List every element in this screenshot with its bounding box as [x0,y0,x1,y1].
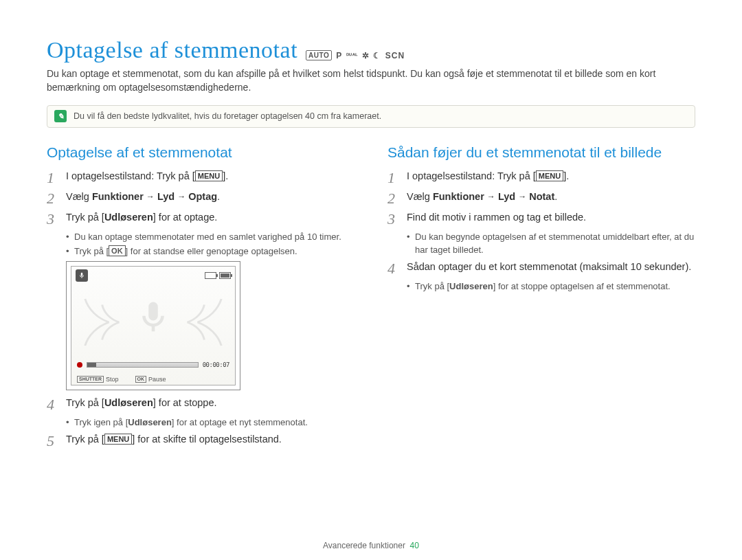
step-text: I optagelsestilstand: Tryk på [ [66,170,195,181]
step-text: Tryk på [ [66,434,104,445]
step-text: Sådan optager du et kort stemmenotat (ma… [407,260,691,274]
step-3-bullets: Du kan optage stemmenotater med en samle… [66,231,355,258]
bullet-item: Du kan optage stemmenotater med en samle… [66,231,355,244]
battery-icon [219,272,231,279]
step-text: ]. [563,170,569,181]
note-text: Du vil få den bedste lydkvalitet, hvis d… [74,111,381,121]
ok-button-label: OK [109,245,126,256]
step-text: I optagelsestilstand: Tryk på [ [407,170,536,181]
bullet-item: Tryk igen på [Udløseren] for at optage e… [66,416,355,429]
arrow-icon: → [146,192,155,201]
step-text: ] for at stoppe. [153,397,217,408]
step-1: 1 I optagelsestilstand: Tryk på [MENU]. [47,169,355,186]
path-part: Lyd [498,191,515,202]
shutter-label: Udløseren [104,397,153,408]
mode-icons: AUTO P ᴰᵁᴬᴸ ✲ ☾ SCN [306,50,405,63]
step-2: 2 Vælg Funktioner → Lyd → Notat. [387,190,695,206]
mode-auto-icon: AUTO [306,50,332,60]
step-number: 2 [387,190,400,206]
path-part: Notat [529,191,554,202]
step-number: 2 [47,190,59,206]
step-1: 1 I optagelsestilstand: Tryk på [MENU]. [387,169,695,186]
shutter-label: Udløseren [104,212,153,223]
lcd-pause-label: Pause [148,376,166,383]
step-text: . [554,191,557,202]
mode-p-icon: P [336,51,342,60]
card-icon [205,272,216,279]
recording-mic-icon [76,269,88,282]
step-number: 4 [387,260,400,276]
right-section-title: Sådan føjer du et stemmenotat til et bil… [387,144,695,161]
step-4: 4 Tryk på [Udløseren] for at stoppe. [47,396,355,412]
step-text: Tryk på [ [66,397,104,408]
step-text: Find dit motiv i rammen og tag et billed… [407,210,586,225]
menu-button-label: MENU [536,170,563,181]
lcd-stop-label: Stop [106,376,119,383]
path-part: Lyd [157,191,175,202]
step-number: 1 [387,169,400,186]
lcd-illustration: 00:00:07 SHUTTER Stop OK Pause [66,261,240,390]
bullet-item: Du kan begynde optagelsen af et stemmeno… [407,231,695,257]
step-text: ] for at skifte til optagelsestilstand. [132,434,282,445]
page-title: Optagelse af stemmenotat [47,37,297,63]
page-footer: Avancerede funktioner 40 [0,541,742,550]
mode-scn-icon: SCN [385,51,405,60]
footer-page-number: 40 [410,541,419,550]
left-section-title: Optagelse af et stemmenotat [47,144,355,161]
mode-dual-icon: ᴰᵁᴬᴸ [346,52,358,59]
lcd-timer: 00:00:07 [203,361,229,368]
step-number: 3 [47,210,59,227]
step-5: 5 Tryk på [MENU] for at skifte til optag… [47,432,355,449]
arrow-icon: → [487,192,495,201]
path-part: Funktioner [92,191,144,202]
step-3: 3 Find dit motiv i rammen og tag et bill… [387,210,695,227]
left-column: Optagelse af et stemmenotat 1 I optagels… [47,144,355,453]
step-text: . [217,191,220,202]
record-indicator-icon [77,362,82,368]
step-number: 4 [47,396,59,412]
intro-text: Du kan optage et stemmenotat, som du kan… [47,67,695,94]
mic-large-icon [135,299,172,339]
menu-button-label: MENU [104,434,132,445]
step-text: Vælg [66,191,92,202]
note-icon: ✎ [54,110,67,122]
step-text: ]. [223,170,228,181]
progress-bar [87,362,199,368]
step-number: 5 [47,432,59,449]
step-number: 1 [47,169,59,186]
bullet-item: Tryk på [Udløseren] for at stoppe optage… [407,280,695,293]
bullet-item: Tryk på [OK] for at standse eller genopt… [66,245,355,258]
right-column: Sådan føjer du et stemmenotat til et bil… [387,144,695,453]
mode-moon-icon: ☾ [373,51,381,60]
step-text: Vælg [407,191,433,202]
step-4-bullets: Tryk på [Udløseren] for at stoppe optage… [407,280,695,293]
path-part: Funktioner [433,191,484,202]
lcd-shutter-tag: SHUTTER [77,376,104,383]
step-text: ] for at optage. [153,212,218,223]
step-3: 3 Tryk på [Udløseren] for at optage. [47,210,355,227]
step-number: 3 [387,210,400,227]
menu-button-label: MENU [195,170,223,181]
mode-night-icon: ✲ [362,51,370,60]
step-text: Tryk på [ [66,212,104,223]
step-4: 4 Sådan optager du et kort stemmenotat (… [387,260,695,276]
arrow-icon: → [177,192,186,201]
step-4-bullets: Tryk igen på [Udløseren] for at optage e… [66,416,355,429]
note-box: ✎ Du vil få den bedste lydkvalitet, hvis… [47,105,695,128]
lcd-ok-tag: OK [135,376,147,383]
arrow-icon: → [518,192,526,201]
path-part: Optag [188,191,217,202]
footer-section: Avancerede funktioner [323,541,405,550]
step-2: 2 Vælg Funktioner → Lyd → Optag. [47,190,355,206]
step-3-bullets: Du kan begynde optagelsen af et stemmeno… [407,231,695,257]
